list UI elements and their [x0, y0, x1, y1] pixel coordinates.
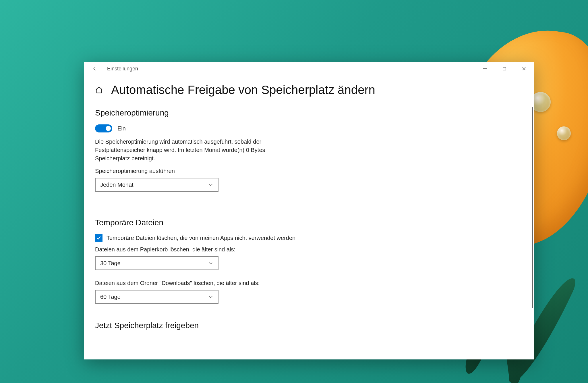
- minimize-icon: [483, 67, 487, 71]
- chevron-down-icon: [208, 261, 213, 266]
- scrollbar[interactable]: [532, 107, 533, 308]
- toggle-knob: [106, 126, 111, 131]
- run-frequency-label: Speicheroptimierung ausführen: [95, 168, 523, 174]
- chevron-down-icon: [208, 182, 213, 187]
- downloads-select[interactable]: 60 Tage: [95, 290, 218, 304]
- chevron-down-icon: [208, 294, 213, 299]
- toggle-state-label: Ein: [117, 125, 126, 132]
- run-frequency-select[interactable]: Jeden Monat: [95, 178, 218, 192]
- downloads-value: 60 Tage: [100, 294, 121, 300]
- storage-sense-toggle[interactable]: [95, 124, 112, 132]
- back-button[interactable]: [90, 64, 100, 74]
- delete-temp-files-row: Temporäre Dateien löschen, die von meine…: [95, 234, 523, 242]
- storage-sense-description: Die Speicheroptimierung wird automatisch…: [95, 138, 296, 163]
- delete-temp-files-checkbox[interactable]: [95, 234, 102, 242]
- close-button[interactable]: [514, 62, 534, 76]
- content-area: Automatische Freigabe von Speicherplatz …: [84, 76, 534, 359]
- arrow-left-icon: [92, 66, 97, 71]
- checkmark-icon: [96, 235, 101, 240]
- window-controls: [475, 62, 534, 76]
- page-header: Automatische Freigabe von Speicherplatz …: [95, 83, 523, 97]
- section-free-now-title: Jetzt Speicherplatz freigeben: [95, 321, 523, 330]
- settings-window: Einstellungen Automatische Freigabe von …: [84, 62, 534, 359]
- storage-sense-toggle-row: Ein: [95, 124, 523, 132]
- recycle-bin-select[interactable]: 30 Tage: [95, 256, 218, 270]
- section-temp-files-title: Temporäre Dateien: [95, 218, 523, 227]
- maximize-icon: [502, 67, 506, 71]
- titlebar[interactable]: Einstellungen: [84, 62, 534, 76]
- recycle-bin-label: Dateien aus dem Papierkorb löschen, die …: [95, 246, 523, 253]
- minimize-button[interactable]: [475, 62, 495, 76]
- delete-temp-files-label: Temporäre Dateien löschen, die von meine…: [107, 235, 295, 241]
- page-title: Automatische Freigabe von Speicherplatz …: [111, 83, 375, 97]
- section-storage-sense-title: Speicheroptimierung: [95, 108, 523, 118]
- recycle-bin-value: 30 Tage: [100, 260, 121, 267]
- run-frequency-value: Jeden Monat: [100, 182, 134, 188]
- home-icon[interactable]: [95, 86, 103, 94]
- maximize-button[interactable]: [495, 62, 514, 76]
- app-title: Einstellungen: [107, 66, 138, 72]
- svg-rect-1: [503, 67, 506, 70]
- downloads-label: Dateien aus dem Ordner "Downloads" lösch…: [95, 280, 523, 286]
- close-icon: [522, 67, 526, 71]
